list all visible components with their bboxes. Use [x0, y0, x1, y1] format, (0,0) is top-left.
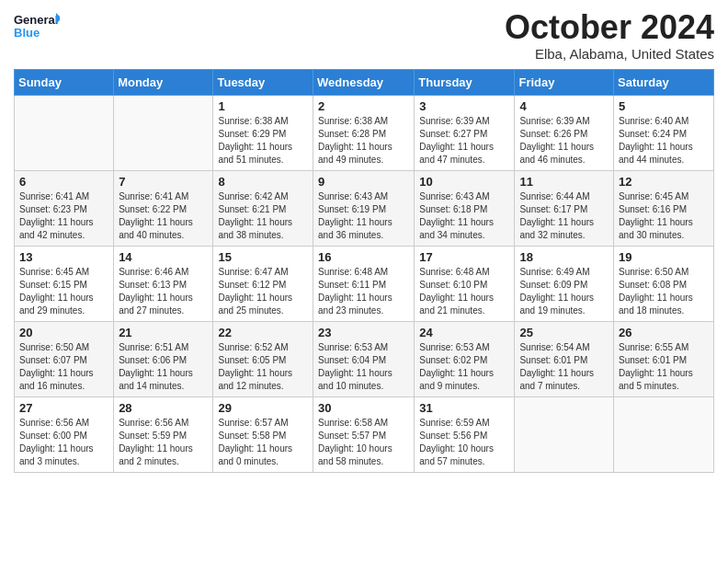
day-info: Sunrise: 6:44 AMSunset: 6:17 PMDaylight:… [519, 190, 609, 242]
calendar-cell [15, 95, 114, 170]
day-number: 18 [519, 250, 609, 264]
calendar-cell: 29Sunrise: 6:57 AMSunset: 5:58 PMDayligh… [213, 396, 313, 472]
location: Elba, Alabama, United States [505, 46, 714, 62]
day-info: Sunrise: 6:40 AMSunset: 6:24 PMDaylight:… [619, 115, 709, 167]
day-info: Sunrise: 6:53 AMSunset: 6:02 PMDaylight:… [419, 341, 509, 393]
day-info: Sunrise: 6:55 AMSunset: 6:01 PMDaylight:… [619, 341, 709, 393]
calendar-cell: 4Sunrise: 6:39 AMSunset: 6:26 PMDaylight… [515, 95, 614, 170]
calendar-cell: 13Sunrise: 6:45 AMSunset: 6:15 PMDayligh… [15, 246, 114, 321]
day-number: 7 [119, 175, 208, 189]
day-number: 21 [119, 326, 208, 339]
day-info: Sunrise: 6:49 AMSunset: 6:09 PMDaylight:… [519, 266, 609, 317]
calendar-cell: 18Sunrise: 6:49 AMSunset: 6:09 PMDayligh… [515, 246, 614, 321]
header: General Blue October 2024 Elba, Alabama,… [14, 9, 714, 62]
day-info: Sunrise: 6:39 AMSunset: 6:27 PMDaylight:… [419, 115, 509, 167]
calendar-table: Sunday Monday Tuesday Wednesday Thursday… [14, 69, 714, 473]
col-monday: Monday [114, 69, 213, 95]
calendar-cell: 8Sunrise: 6:42 AMSunset: 6:21 PMDaylight… [213, 170, 313, 246]
calendar-cell: 20Sunrise: 6:50 AMSunset: 6:07 PMDayligh… [15, 321, 114, 396]
day-info: Sunrise: 6:51 AMSunset: 6:06 PMDaylight:… [119, 341, 208, 393]
calendar-cell: 2Sunrise: 6:38 AMSunset: 6:28 PMDaylight… [313, 95, 415, 170]
calendar-cell: 22Sunrise: 6:52 AMSunset: 6:05 PMDayligh… [213, 321, 313, 396]
day-info: Sunrise: 6:38 AMSunset: 6:29 PMDaylight:… [218, 115, 308, 167]
calendar-week-1: 1Sunrise: 6:38 AMSunset: 6:29 PMDaylight… [15, 95, 714, 170]
calendar-cell: 15Sunrise: 6:47 AMSunset: 6:12 PMDayligh… [213, 246, 313, 321]
day-number: 13 [19, 250, 108, 264]
calendar-cell [614, 396, 714, 472]
day-number: 20 [19, 326, 108, 339]
calendar-cell: 19Sunrise: 6:50 AMSunset: 6:08 PMDayligh… [614, 246, 714, 321]
calendar-cell [114, 95, 213, 170]
month-title: October 2024 [505, 9, 714, 46]
day-info: Sunrise: 6:43 AMSunset: 6:18 PMDaylight:… [419, 190, 509, 242]
calendar-week-4: 20Sunrise: 6:50 AMSunset: 6:07 PMDayligh… [15, 321, 714, 396]
day-info: Sunrise: 6:50 AMSunset: 6:07 PMDaylight:… [19, 341, 108, 393]
calendar-cell: 17Sunrise: 6:48 AMSunset: 6:10 PMDayligh… [415, 246, 515, 321]
day-info: Sunrise: 6:42 AMSunset: 6:21 PMDaylight:… [218, 190, 308, 242]
calendar-cell [515, 396, 614, 472]
day-number: 28 [119, 401, 208, 415]
logo-svg: General Blue [14, 9, 60, 46]
day-number: 22 [218, 326, 308, 339]
day-info: Sunrise: 6:47 AMSunset: 6:12 PMDaylight:… [218, 266, 308, 317]
col-saturday: Saturday [614, 69, 714, 95]
day-info: Sunrise: 6:56 AMSunset: 5:59 PMDaylight:… [119, 417, 208, 468]
day-number: 31 [419, 401, 509, 415]
day-number: 9 [318, 175, 409, 189]
title-block: October 2024 Elba, Alabama, United State… [505, 9, 714, 62]
calendar-cell: 28Sunrise: 6:56 AMSunset: 5:59 PMDayligh… [114, 396, 213, 472]
calendar-cell: 10Sunrise: 6:43 AMSunset: 6:18 PMDayligh… [415, 170, 515, 246]
calendar-cell: 26Sunrise: 6:55 AMSunset: 6:01 PMDayligh… [614, 321, 714, 396]
day-number: 26 [619, 326, 709, 339]
calendar-cell: 16Sunrise: 6:48 AMSunset: 6:11 PMDayligh… [313, 246, 415, 321]
svg-text:Blue: Blue [14, 26, 40, 40]
day-number: 19 [619, 250, 709, 264]
day-info: Sunrise: 6:46 AMSunset: 6:13 PMDaylight:… [119, 266, 208, 317]
day-number: 27 [19, 401, 108, 415]
calendar-cell: 11Sunrise: 6:44 AMSunset: 6:17 PMDayligh… [515, 170, 614, 246]
day-info: Sunrise: 6:38 AMSunset: 6:28 PMDaylight:… [318, 115, 409, 167]
day-number: 3 [419, 99, 509, 113]
calendar-cell: 7Sunrise: 6:41 AMSunset: 6:22 PMDaylight… [114, 170, 213, 246]
day-info: Sunrise: 6:41 AMSunset: 6:23 PMDaylight:… [19, 190, 108, 242]
col-wednesday: Wednesday [313, 69, 415, 95]
calendar-cell: 31Sunrise: 6:59 AMSunset: 5:56 PMDayligh… [415, 396, 515, 472]
col-tuesday: Tuesday [213, 69, 313, 95]
logo: General Blue [14, 9, 60, 46]
day-number: 12 [619, 175, 709, 189]
day-info: Sunrise: 6:53 AMSunset: 6:04 PMDaylight:… [318, 341, 409, 393]
day-info: Sunrise: 6:58 AMSunset: 5:57 PMDaylight:… [318, 417, 409, 468]
day-info: Sunrise: 6:45 AMSunset: 6:15 PMDaylight:… [19, 266, 108, 317]
day-number: 8 [218, 175, 308, 189]
calendar-week-3: 13Sunrise: 6:45 AMSunset: 6:15 PMDayligh… [15, 246, 714, 321]
day-info: Sunrise: 6:56 AMSunset: 6:00 PMDaylight:… [19, 417, 108, 468]
day-number: 29 [218, 401, 308, 415]
day-number: 24 [419, 326, 509, 339]
day-number: 17 [419, 250, 509, 264]
day-number: 23 [318, 326, 409, 339]
svg-text:General: General [14, 13, 58, 27]
calendar-header-row: Sunday Monday Tuesday Wednesday Thursday… [15, 69, 714, 95]
day-number: 15 [218, 250, 308, 264]
day-info: Sunrise: 6:45 AMSunset: 6:16 PMDaylight:… [619, 190, 709, 242]
calendar-cell: 21Sunrise: 6:51 AMSunset: 6:06 PMDayligh… [114, 321, 213, 396]
calendar-cell: 9Sunrise: 6:43 AMSunset: 6:19 PMDaylight… [313, 170, 415, 246]
calendar-cell: 12Sunrise: 6:45 AMSunset: 6:16 PMDayligh… [614, 170, 714, 246]
page: General Blue October 2024 Elba, Alabama,… [0, 0, 728, 563]
day-info: Sunrise: 6:52 AMSunset: 6:05 PMDaylight:… [218, 341, 308, 393]
day-info: Sunrise: 6:54 AMSunset: 6:01 PMDaylight:… [519, 341, 609, 393]
day-number: 5 [619, 99, 709, 113]
day-number: 16 [318, 250, 409, 264]
day-info: Sunrise: 6:41 AMSunset: 6:22 PMDaylight:… [119, 190, 208, 242]
calendar-cell: 23Sunrise: 6:53 AMSunset: 6:04 PMDayligh… [313, 321, 415, 396]
day-number: 14 [119, 250, 208, 264]
calendar-cell: 1Sunrise: 6:38 AMSunset: 6:29 PMDaylight… [213, 95, 313, 170]
day-number: 30 [318, 401, 409, 415]
day-number: 6 [19, 175, 108, 189]
day-info: Sunrise: 6:43 AMSunset: 6:19 PMDaylight:… [318, 190, 409, 242]
day-number: 10 [419, 175, 509, 189]
col-sunday: Sunday [15, 69, 114, 95]
calendar-cell: 25Sunrise: 6:54 AMSunset: 6:01 PMDayligh… [515, 321, 614, 396]
calendar-cell: 14Sunrise: 6:46 AMSunset: 6:13 PMDayligh… [114, 246, 213, 321]
calendar-cell: 5Sunrise: 6:40 AMSunset: 6:24 PMDaylight… [614, 95, 714, 170]
